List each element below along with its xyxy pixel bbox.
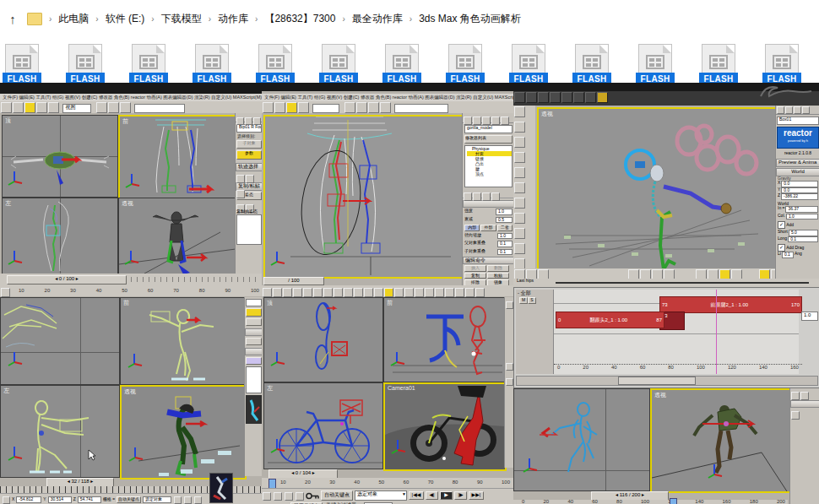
tile-physique-legs: 文件(F) 编辑(E) 工具(T) 组(G) 视图(V) 创建(C) 修改器 角…	[262, 91, 513, 285]
move-icon	[24, 102, 35, 113]
tile-biped-tpose: 文件(F) 编辑(E) 工具(T) 组(G) 视图(V) 创建(C) 修改器 角…	[0, 94, 262, 285]
viewport-label: 透视	[122, 199, 133, 208]
viewport-left-bike: 左	[263, 382, 383, 469]
ruler-tick-label: 20	[305, 480, 311, 485]
viewport-label: 前	[123, 299, 129, 307]
clip-end: 87	[656, 317, 662, 322]
ruler-tick-label: 160	[723, 499, 731, 504]
folded-corner	[536, 45, 545, 53]
select-icon	[263, 102, 274, 113]
viewport-left: 左	[0, 385, 120, 478]
delete-button: 删除	[487, 265, 509, 272]
tile-kick-viewports: 102030405060708090100 前 左	[0, 285, 262, 504]
time-slider-thumb	[670, 498, 677, 504]
ruler-tick-label: 0	[557, 365, 560, 370]
folded-corner	[346, 45, 355, 53]
go-to-start-button: |◀◀	[409, 491, 424, 499]
y-coord-field: 30.514	[48, 496, 72, 503]
ruler-tick-label: 140	[759, 365, 767, 370]
folded-corner	[663, 45, 671, 53]
ruler-tick-label: 30	[70, 288, 76, 293]
in-field: 36.37	[785, 206, 818, 213]
both-button: 二者	[497, 225, 513, 231]
ruler-tick-label: 70	[173, 288, 179, 293]
viewport-label: 左	[5, 199, 11, 208]
folded-corner	[156, 45, 165, 53]
timeline-ruler: 102030405060708090100	[15, 288, 262, 293]
z-coord-field: 54.741	[78, 496, 101, 503]
ruler-tick-label: 80	[616, 499, 622, 504]
mixer-ruler: 020406080100120140160	[554, 364, 802, 370]
ruler-tick-label: 70	[428, 480, 434, 485]
selection-filter: 选定对象	[143, 496, 171, 503]
autokey-button: 自动关键点	[321, 490, 353, 500]
max-toolbar	[262, 101, 513, 113]
tile-motion-mixer: Last hips - 全部 MS 73 前跟腿2_1 : 1.00 170 7…	[513, 279, 819, 504]
viewport-front-large	[263, 115, 464, 279]
folded-corner	[220, 45, 228, 53]
folded-corner	[789, 45, 798, 53]
scale-icon	[48, 102, 59, 113]
viewport-label: 前	[387, 299, 393, 307]
col-field: 1.0	[786, 214, 818, 220]
rect-select-icon	[274, 102, 285, 113]
ruler-tick-label: 100	[251, 288, 259, 293]
ruler-tick-label: 90	[477, 480, 483, 485]
ruler-tick-label: 60	[640, 365, 646, 370]
viewport-top: 顶	[2, 115, 118, 198]
max-toolbar: 视图	[0, 101, 262, 113]
outer-button: 外部	[480, 225, 496, 231]
kick-colored-figure	[130, 390, 243, 476]
watermark-logo	[754, 81, 817, 103]
viewport-persp-soldier: 透视	[650, 388, 791, 493]
max-toolbar	[262, 285, 513, 296]
folded-corner	[93, 45, 101, 53]
ruler-tick-label: 20	[583, 365, 588, 370]
reactor-logo: reactor powered by h	[777, 127, 819, 149]
folded-corner	[473, 45, 481, 53]
object-name-field: Box01	[777, 117, 819, 125]
child-overlap-label: 子对象重叠	[464, 249, 485, 256]
viewport-persp-active: 透视	[120, 385, 247, 480]
viewport-label: 透视	[654, 391, 666, 399]
rect-select-icon	[13, 102, 24, 113]
command-panel: Bip01 R Foot 选择级别: 子对象 参数 轨迹选择 复制/粘贴 姿态 …	[235, 113, 262, 274]
move-icon	[286, 102, 297, 113]
ruler-tick-label: 100	[697, 365, 705, 370]
ruler-tick-label: 10	[19, 288, 24, 293]
ruler-tick-label: 160	[790, 365, 799, 370]
mixer-group-label: - 全部 MS	[516, 290, 554, 374]
layer-icon	[380, 102, 391, 113]
mixer-hscroll	[516, 376, 818, 386]
filmstrip-icon	[773, 55, 791, 69]
params-button: 参数	[236, 150, 262, 160]
select-icon	[1, 102, 12, 113]
move-icon	[384, 288, 393, 297]
ruler-tick-label: 40	[96, 288, 102, 293]
runner-wire-figure	[540, 398, 632, 482]
sub-object-button: 子对象	[236, 140, 262, 149]
ruler-tick-label: 40	[567, 499, 573, 504]
frame-slider: / 100	[263, 277, 324, 285]
max-menubar: 文件(F) 编辑(E) 工具(T) 组(G) 视图(V) 创建(C) 修改器 角…	[262, 94, 513, 101]
viewport-camera: Camera01	[383, 382, 507, 471]
status-bar: 自动关键点 选定对象 ▼ |◀◀ ◀| ▶ |▶ ▶▶| 设置关键点 关键点过滤…	[262, 488, 513, 504]
file-row: FLASH FLASH FLASH	[0, 0, 819, 95]
insert-button: 插入	[464, 265, 486, 272]
time-slider-row: ◂ 0 / 100 ▸	[0, 274, 262, 285]
gravity-y-field: 0.0	[781, 187, 818, 194]
viewport-label: 前	[122, 117, 128, 126]
ruler-tick-label: 80	[668, 365, 674, 370]
viewport-top	[0, 297, 120, 385]
strength-label: 强度	[464, 209, 473, 215]
stack-item-vertex: 顶点	[467, 171, 512, 176]
mirror-button: 镜像	[487, 279, 509, 285]
ruler-tick-label: 20	[45, 288, 51, 293]
tile-reactor-skeleton: 透视	[513, 91, 819, 285]
viewport-label: 左	[267, 384, 273, 393]
filmstrip-icon	[709, 55, 728, 69]
filmstrip-icon	[76, 55, 95, 69]
exclude-button: 排除	[464, 279, 486, 285]
viewport-label: 顶	[267, 299, 273, 307]
ruler-tick-label: 10	[280, 480, 286, 485]
